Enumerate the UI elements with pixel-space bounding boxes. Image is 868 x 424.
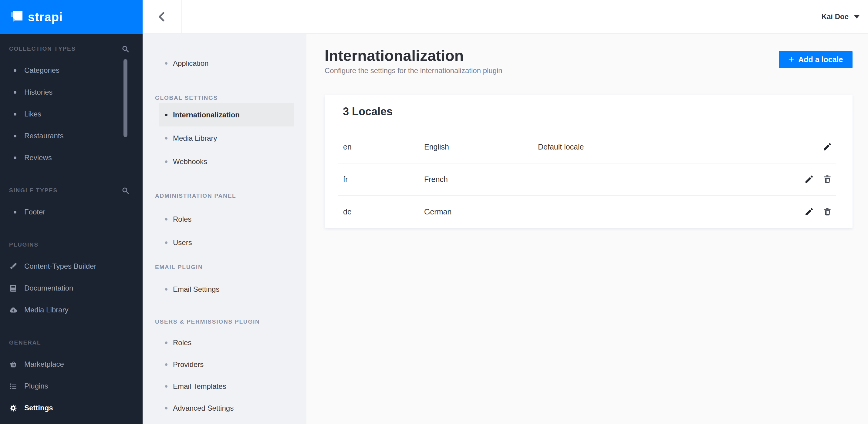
strapi-logo-icon <box>9 10 23 24</box>
settings-item-media-library[interactable]: Media Library <box>159 127 294 150</box>
section-collection-types: COLLECTION TYPES Categories Histories Li… <box>0 44 143 169</box>
section-general: GENERAL Marketplace <box>0 338 143 419</box>
add-locale-button[interactable]: + Add a locale <box>779 51 852 68</box>
settings-item-application[interactable]: Application <box>159 53 294 74</box>
app-root: strapi COLLECTION TYPES Categories Histo… <box>0 0 868 424</box>
plus-icon: + <box>788 54 794 64</box>
locale-code: fr <box>343 175 348 184</box>
settings-list-global: Internationalization Media Library Webho… <box>159 103 294 173</box>
page-subtitle: Configure the settings for the internati… <box>324 66 502 75</box>
bullet-icon <box>165 114 167 116</box>
settings-section-global: GLOBAL SETTINGS <box>155 93 218 102</box>
settings-item-users[interactable]: Users <box>159 231 294 254</box>
bullet-icon <box>165 160 167 163</box>
locale-name: French <box>424 175 448 184</box>
pencil-icon <box>804 207 814 217</box>
bullet-icon <box>14 113 17 116</box>
back-button[interactable] <box>143 0 182 33</box>
locale-name: English <box>424 142 449 151</box>
sidebar-item-likes[interactable]: Likes <box>0 103 143 125</box>
section-label: SINGLE TYPES <box>9 187 58 194</box>
trash-icon <box>823 207 832 217</box>
locale-code: de <box>343 207 352 216</box>
basket-icon <box>9 360 17 368</box>
settings-list-admin-panel: Roles Users <box>159 207 294 254</box>
sidebar-item-documentation[interactable]: Documentation <box>0 277 143 299</box>
locales-table: en English Default locale fr French <box>324 130 852 228</box>
cloud-upload-icon <box>9 306 17 314</box>
brand-name: strapi <box>28 10 63 24</box>
settings-section-users-permissions: USERS & PERMISSIONS PLUGIN <box>155 317 260 326</box>
settings-item-up-roles[interactable]: Roles <box>159 332 294 354</box>
section-single-types: SINGLE TYPES Footer <box>0 186 143 223</box>
bullet-icon <box>165 407 167 410</box>
delete-locale-button[interactable] <box>822 206 833 217</box>
edit-locale-button[interactable] <box>804 174 814 185</box>
settings-item-webhooks[interactable]: Webhooks <box>159 150 294 173</box>
section-label: COLLECTION TYPES <box>9 45 76 52</box>
row-divider <box>338 195 836 196</box>
settings-list-email-plugin: Email Settings <box>159 279 294 300</box>
sidebar-scrollbar-thumb[interactable] <box>123 59 127 137</box>
sidebar-item-reviews[interactable]: Reviews <box>0 147 143 169</box>
chevron-left-icon <box>156 10 168 23</box>
sidebar-item-settings[interactable]: Settings <box>0 397 143 419</box>
sidebar-item-footer[interactable]: Footer <box>0 201 143 223</box>
page-title: Internationalization <box>324 47 464 65</box>
bullet-icon <box>14 69 17 72</box>
sidebar-item-categories[interactable]: Categories <box>0 60 143 81</box>
search-icon[interactable] <box>122 187 129 194</box>
strapi-logo[interactable]: strapi <box>0 0 143 34</box>
list-icon <box>9 382 17 390</box>
settings-nav-top: Application <box>159 53 294 74</box>
sidebar-item-plugins[interactable]: Plugins <box>0 375 143 397</box>
pencil-icon <box>823 142 832 152</box>
main-content: Internationalization Configure the setti… <box>306 34 868 424</box>
sidebar-item-marketplace[interactable]: Marketplace <box>0 353 143 375</box>
bullet-icon <box>14 157 17 159</box>
user-name: Kai Doe <box>822 12 848 21</box>
bullet-icon <box>14 91 17 94</box>
edit-locale-button[interactable] <box>822 142 833 152</box>
bullet-icon <box>165 363 167 366</box>
bullet-icon <box>165 288 167 291</box>
main-sidebar: strapi COLLECTION TYPES Categories Histo… <box>0 0 143 424</box>
locale-row-de[interactable]: de German <box>324 195 852 228</box>
settings-section-email-plugin: EMAIL PLUGIN <box>155 263 203 272</box>
bullet-icon <box>165 62 167 65</box>
settings-item-advanced-settings[interactable]: Advanced Settings <box>159 397 294 419</box>
bullet-icon <box>165 241 167 244</box>
book-icon <box>9 284 17 292</box>
settings-item-email-templates[interactable]: Email Templates <box>159 376 294 397</box>
section-label: PLUGINS <box>9 241 38 248</box>
user-menu[interactable]: Kai Doe <box>822 0 860 33</box>
row-divider <box>338 163 836 163</box>
locales-count-title: 3 Locales <box>343 105 393 118</box>
locale-row-fr[interactable]: fr French <box>324 163 852 195</box>
sidebar-item-restaurants[interactable]: Restaurants <box>0 125 143 147</box>
locale-default-badge: Default locale <box>538 142 584 151</box>
bullet-icon <box>14 211 17 214</box>
bullet-icon <box>165 385 167 388</box>
bullet-icon <box>165 341 167 344</box>
sidebar-item-media-library[interactable]: Media Library <box>0 299 143 321</box>
bullet-icon <box>14 135 17 137</box>
locale-name: German <box>424 207 452 216</box>
topbar: Kai Doe <box>143 0 868 34</box>
chevron-down-icon <box>854 15 860 19</box>
sidebar-item-content-types-builder[interactable]: Content-Types Builder <box>0 255 143 277</box>
settings-item-providers[interactable]: Providers <box>159 354 294 376</box>
section-label: GENERAL <box>9 339 41 346</box>
trash-icon <box>823 174 832 184</box>
settings-item-internationalization[interactable]: Internationalization <box>159 103 294 127</box>
edit-locale-button[interactable] <box>804 206 814 217</box>
sidebar-item-histories[interactable]: Histories <box>0 81 143 103</box>
settings-item-email-settings[interactable]: Email Settings <box>159 279 294 300</box>
section-plugins: PLUGINS Content-Types Builder <box>0 240 143 321</box>
search-icon[interactable] <box>122 45 129 53</box>
delete-locale-button[interactable] <box>822 174 833 185</box>
locale-code: en <box>343 142 352 151</box>
locale-row-en[interactable]: en English Default locale <box>324 130 852 163</box>
settings-item-roles[interactable]: Roles <box>159 207 294 231</box>
locales-card: 3 Locales en English Default locale <box>324 95 852 228</box>
